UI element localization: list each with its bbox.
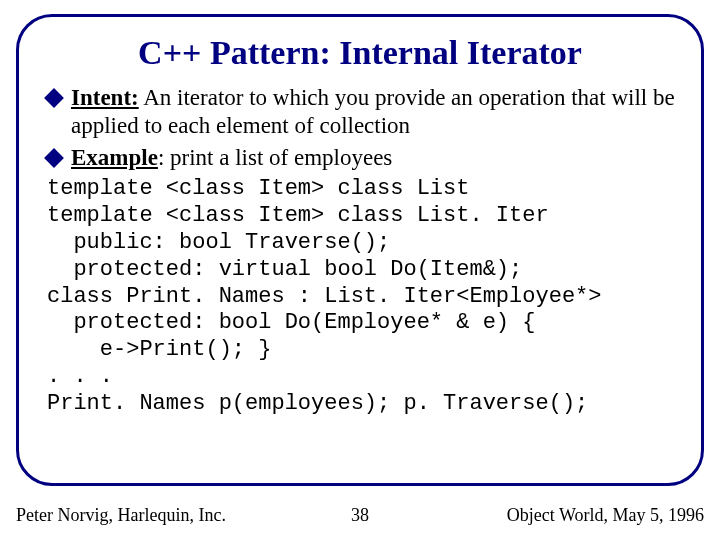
bullet-label: Intent: xyxy=(71,85,139,110)
slide: C++ Pattern: Internal Iterator Intent: A… xyxy=(0,0,720,540)
slide-title: C++ Pattern: Internal Iterator xyxy=(45,33,675,72)
bullet-diamond-icon xyxy=(44,148,64,168)
bullet-label: Example xyxy=(71,145,158,170)
bullet-diamond-icon xyxy=(44,88,64,108)
footer-event: Object World, May 5, 1996 xyxy=(507,505,704,526)
footer-author: Peter Norvig, Harlequin, Inc. xyxy=(16,505,226,526)
bullet-text: Intent: An iterator to which you provide… xyxy=(71,84,675,140)
bullet-desc: An iterator to which you provide an oper… xyxy=(71,85,675,138)
bullet-intent: Intent: An iterator to which you provide… xyxy=(45,84,675,140)
bullet-text: Example: print a list of employees xyxy=(71,144,675,172)
slide-body: Intent: An iterator to which you provide… xyxy=(45,84,675,418)
footer: Peter Norvig, Harlequin, Inc. 38 Object … xyxy=(16,505,704,526)
bullet-example: Example: print a list of employees xyxy=(45,144,675,172)
bullet-desc: : print a list of employees xyxy=(158,145,392,170)
code-block: template <class Item> class List templat… xyxy=(47,176,675,417)
slide-frame: C++ Pattern: Internal Iterator Intent: A… xyxy=(16,14,704,486)
